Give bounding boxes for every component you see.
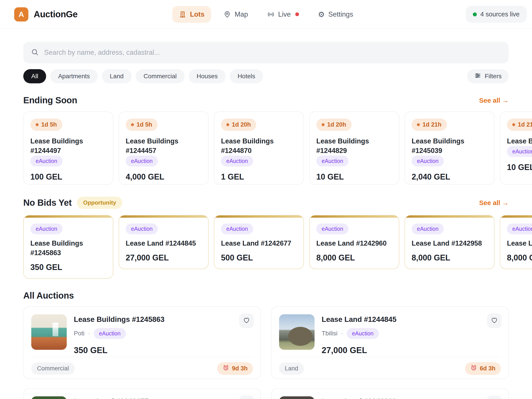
- lot-title: Lease Buildings #1245039: [412, 137, 488, 156]
- lot-photo: [279, 396, 315, 399]
- chip-houses[interactable]: Houses: [189, 69, 226, 83]
- auction-card[interactable]: 1d 20h Lease Buildings #1244870 eAuction…: [214, 112, 304, 185]
- orange-dot-icon: [226, 123, 229, 126]
- time-left-label: 1d 5h: [41, 121, 57, 128]
- chip-commercial[interactable]: Commercial: [136, 69, 185, 83]
- chip-all[interactable]: All: [23, 69, 46, 83]
- auction-card[interactable]: eAuction Lease Land #1244845 27,000 GEL: [119, 215, 209, 269]
- all-auctions-header: All Auctions: [23, 291, 509, 301]
- time-left-badge: 6d 3h: [465, 362, 501, 375]
- lot-title: Lease Buildings #1244: [507, 137, 532, 146]
- favorite-button[interactable]: [487, 395, 502, 399]
- auction-card[interactable]: eAuction Lease Land #1242677 500 GEL: [214, 215, 304, 269]
- see-all-no-bids[interactable]: See all →: [479, 199, 509, 207]
- auction-card[interactable]: Lease Land #1242677 eAuction: [23, 388, 261, 399]
- lot-price: 8,000 GEL: [412, 253, 488, 262]
- nav-lots[interactable]: Lots: [172, 6, 211, 23]
- lot-title: Lease Buildings #1244870: [221, 137, 297, 156]
- chip-land[interactable]: Land: [102, 69, 132, 83]
- favorite-button[interactable]: [239, 313, 254, 328]
- lot-price: 10 GEL: [316, 172, 392, 182]
- nav-live[interactable]: Live: [260, 6, 306, 23]
- eauction-badge: eAuction: [507, 223, 532, 234]
- nav-map[interactable]: Map: [217, 6, 254, 23]
- section-title-no-bids: No Bids Yet: [23, 198, 72, 208]
- section-title-ending-soon: Ending Soon: [23, 95, 77, 105]
- search-input[interactable]: [44, 48, 501, 57]
- time-left-badge: 9d 3h: [217, 362, 253, 375]
- main-content: All Apartments Land Commercial Houses Ho…: [0, 42, 532, 399]
- auction-card[interactable]: eAuction Lease Buildings #1245863 350 GE…: [23, 215, 113, 279]
- brand[interactable]: A AuctionGe: [14, 7, 78, 21]
- favorite-button[interactable]: [487, 313, 502, 328]
- lot-price: 350 GEL: [30, 263, 106, 272]
- time-left-label: 1d 21h: [518, 121, 532, 128]
- green-status-dot-icon: [473, 13, 477, 16]
- chip-apartments[interactable]: Apartments: [50, 69, 98, 83]
- auction-card[interactable]: Lease Buildings #1245863 Poti · eAuction…: [23, 306, 261, 379]
- nav-settings[interactable]: ⚙ Settings: [311, 6, 360, 23]
- lot-price: 100 GEL: [30, 172, 106, 182]
- auction-card[interactable]: 1d 5h Lease Buildings #1244497 eAuction …: [23, 112, 113, 185]
- no-bids-row: eAuction Lease Buildings #1245863 350 GE…: [23, 215, 509, 279]
- auction-card[interactable]: eAuction Lease Land #1242958 8,000 GEL: [405, 215, 494, 269]
- chip-hotels[interactable]: Hotels: [230, 69, 263, 83]
- eauction-badge: eAuction: [30, 223, 63, 234]
- lot-price: 4,000 GEL: [126, 172, 202, 182]
- alarm-clock-icon: [470, 364, 477, 373]
- main-nav: Lots Map Li: [172, 6, 360, 23]
- lot-title: Lease Buildings #1245863: [74, 315, 234, 324]
- eauction-badge: eAuction: [126, 156, 158, 166]
- all-auctions-grid: Lease Buildings #1245863 Poti · eAuction…: [23, 306, 509, 399]
- lot-title: Lease Land #1242958: [412, 239, 488, 248]
- eauction-badge: eAuction: [316, 156, 348, 166]
- orange-dot-icon: [417, 123, 420, 126]
- lot-price: 350 GEL: [74, 346, 234, 355]
- app-title: AuctionGe: [34, 9, 78, 19]
- lot-title: Lease Buildings #1244457: [126, 137, 202, 156]
- lot-title: Lease Land #1242960: [316, 239, 392, 248]
- auction-card[interactable]: 1d 5h Lease Buildings #1244457 eAuction …: [119, 112, 209, 185]
- page: A AuctionGe Lots: [0, 0, 532, 399]
- card-divider: [279, 357, 501, 357]
- no-bids-header: No Bids Yet Opportunity See all →: [23, 197, 509, 209]
- ending-soon-row: 1d 5h Lease Buildings #1244497 eAuction …: [23, 112, 509, 185]
- auction-card[interactable]: 1d 21h Lease Buildings #1245039 eAuction…: [405, 112, 494, 185]
- app-logo-icon: A: [14, 7, 28, 21]
- search-icon: [31, 48, 39, 57]
- eauction-badge: eAuction: [221, 223, 253, 234]
- category-badge: Land: [279, 362, 304, 375]
- lot-price: 8,000 GEL: [316, 253, 392, 262]
- favorite-button[interactable]: [239, 395, 254, 399]
- sources-live-label: 4 sources live: [480, 11, 519, 18]
- auction-card[interactable]: Lease Land #1244845 Tbilisi · eAuction 2…: [271, 306, 509, 379]
- orange-dot-icon: [131, 123, 134, 126]
- map-pin-icon: [223, 11, 231, 18]
- auction-card[interactable]: 1d 20h Lease Buildings #1244829 eAuction…: [309, 112, 399, 185]
- lot-title: Lease Land #1242960: [322, 397, 482, 399]
- eauction-badge: eAuction: [221, 156, 253, 166]
- time-left-badge: 1d 5h: [30, 119, 62, 131]
- eauction-badge: eAuction: [412, 156, 444, 166]
- lot-location: Tbilisi: [322, 330, 338, 337]
- nav-lots-label: Lots: [190, 10, 204, 18]
- auction-card[interactable]: eAuction Lease Land #1242 8,000 GEL: [500, 215, 532, 269]
- category-chips: All Apartments Land Commercial Houses Ho…: [23, 69, 509, 83]
- lot-photo: [31, 314, 67, 350]
- lot-price: 2,040 GEL: [412, 172, 488, 182]
- auction-card[interactable]: 1d 21h Lease Buildings #1244 eAuction 10…: [500, 112, 532, 185]
- auction-card[interactable]: eAuction Lease Land #1242960 8,000 GEL: [309, 215, 399, 269]
- sliders-icon: [474, 72, 481, 81]
- search-bar[interactable]: [23, 42, 509, 63]
- filters-button[interactable]: Filters: [467, 69, 509, 83]
- time-left-label: 1d 5h: [137, 121, 152, 128]
- lot-price: 27,000 GEL: [322, 346, 482, 355]
- see-all-ending-soon[interactable]: See all →: [479, 97, 509, 104]
- time-left-label: 1d 21h: [423, 121, 442, 128]
- time-left-badge: 1d 21h: [507, 119, 532, 131]
- auction-card[interactable]: Lease Land #1242960 eAuction: [271, 388, 509, 399]
- card-footer: Land 6d 3h: [279, 362, 501, 375]
- time-left-label: 1d 20h: [327, 121, 346, 128]
- location-row: Tbilisi · eAuction: [322, 328, 482, 339]
- gear-icon: ⚙: [318, 11, 325, 18]
